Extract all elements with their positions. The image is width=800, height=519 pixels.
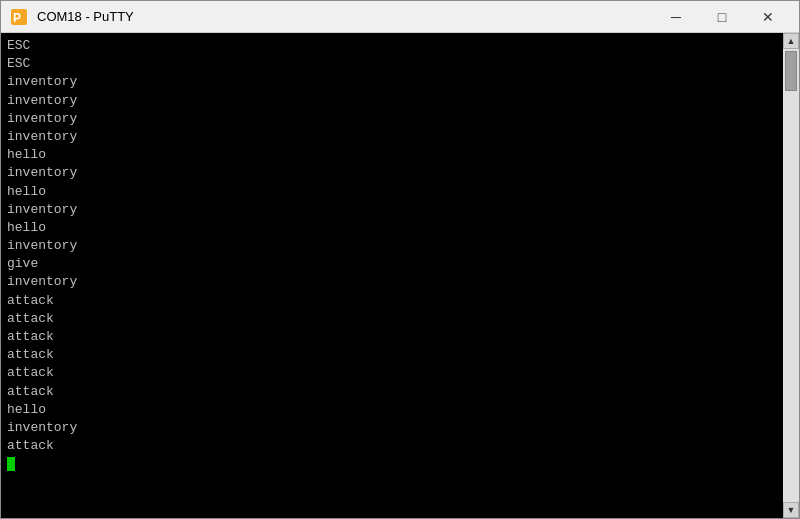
svg-text:P: P [13, 11, 21, 25]
terminal-line: inventory [7, 237, 777, 255]
maximize-button[interactable]: □ [699, 1, 745, 33]
close-button[interactable]: ✕ [745, 1, 791, 33]
terminal-container: ESC ESC inventory inventory inventory in… [1, 33, 799, 518]
terminal-line: inventory [7, 128, 777, 146]
putty-icon: P [9, 7, 29, 27]
scroll-up-arrow[interactable]: ▲ [783, 33, 799, 49]
terminal-line: attack [7, 310, 777, 328]
putty-window: P COM18 - PuTTY ─ □ ✕ ESC ESC inventory … [0, 0, 800, 519]
terminal-line: inventory [7, 164, 777, 182]
terminal-line: attack [7, 364, 777, 382]
terminal-output[interactable]: ESC ESC inventory inventory inventory in… [1, 33, 783, 518]
titlebar: P COM18 - PuTTY ─ □ ✕ [1, 1, 799, 33]
scrollbar-track[interactable] [783, 49, 799, 502]
terminal-line: inventory [7, 92, 777, 110]
window-controls: ─ □ ✕ [653, 1, 791, 33]
scroll-down-arrow[interactable]: ▼ [783, 502, 799, 518]
terminal-line: attack [7, 346, 777, 364]
scrollbar-thumb[interactable] [785, 51, 797, 91]
terminal-line: give [7, 255, 777, 273]
terminal-line: inventory [7, 273, 777, 291]
terminal-line: attack [7, 328, 777, 346]
terminal-line: ESC [7, 55, 777, 73]
terminal-cursor-line [7, 455, 777, 473]
terminal-line: hello [7, 219, 777, 237]
terminal-line: hello [7, 146, 777, 164]
minimize-button[interactable]: ─ [653, 1, 699, 33]
terminal-line: inventory [7, 201, 777, 219]
terminal-line: hello [7, 401, 777, 419]
terminal-line: inventory [7, 73, 777, 91]
terminal-line: inventory [7, 110, 777, 128]
terminal-line: attack [7, 383, 777, 401]
scrollbar[interactable]: ▲ ▼ [783, 33, 799, 518]
terminal-line: hello [7, 183, 777, 201]
terminal-line: inventory [7, 419, 777, 437]
window-title: COM18 - PuTTY [37, 9, 653, 24]
cursor [7, 457, 15, 471]
terminal-line: attack [7, 292, 777, 310]
terminal-line: attack [7, 437, 777, 455]
terminal-line: ESC [7, 37, 777, 55]
